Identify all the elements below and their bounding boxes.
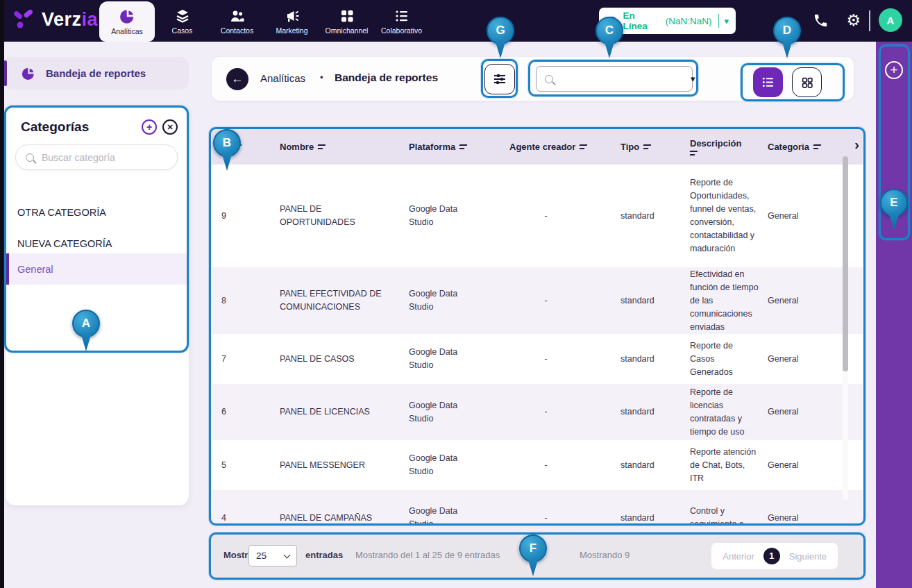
cell-agente-creador: -: [509, 210, 620, 223]
search-icon: [26, 153, 34, 162]
column-header-descripcion[interactable]: Descripción: [690, 138, 768, 156]
brand-name: Verzia: [42, 9, 98, 31]
cell-categoria: General: [768, 294, 832, 308]
settings-gear-icon[interactable]: ⚙: [846, 12, 861, 28]
column-header-id[interactable]: Id: [221, 142, 280, 152]
showing-range-text: Mostrando del 1 al 25 de 9 entradas: [355, 550, 500, 560]
breadcrumb-current: Bandeja de reportes: [335, 72, 438, 84]
sort-icon: [580, 144, 587, 149]
sort-icon: [459, 144, 467, 149]
online-status-dropdown[interactable]: ⊘ En Línea (NaN:NaN) ▾: [599, 8, 736, 34]
previous-page-button[interactable]: Anterior: [723, 551, 754, 562]
top-navigation-bar: Verzia Analíticas Casos: [0, 0, 912, 42]
report-search-input[interactable]: [559, 73, 684, 85]
column-header-nombre[interactable]: Nombre: [280, 142, 409, 152]
report-search-box: ▾: [536, 66, 693, 92]
reports-table: Id Nombre Plataforma Agente creador Tipo…: [212, 128, 863, 524]
status-label: En Línea: [623, 10, 661, 31]
cell-descripcion: Efectividad en función de tiempo de las …: [690, 268, 768, 334]
sort-icon: [234, 144, 242, 149]
column-header-categoria[interactable]: Categoria: [768, 142, 832, 152]
cell-descripcion: Reporte de licencias contratadas y tiemp…: [690, 386, 768, 439]
column-header-plataforma[interactable]: Plataforma: [409, 142, 509, 152]
status-caret-icon[interactable]: ▾: [724, 16, 729, 26]
category-item-general[interactable]: General: [6, 253, 189, 285]
column-header-tipo[interactable]: Tipo: [620, 142, 690, 152]
table-header-row: Id Nombre Plataforma Agente creador Tipo…: [212, 128, 863, 165]
cell-descripcion: Control y seguimiento a: [690, 505, 768, 524]
categories-title: Categorías: [21, 119, 136, 135]
tab-marketing[interactable]: Marketing: [264, 0, 319, 42]
chevron-down-icon: [284, 551, 291, 558]
user-avatar[interactable]: A: [879, 8, 902, 32]
right-action-rail: +: [876, 40, 912, 588]
table-row[interactable]: 9 PANEL DE OPORTUNIDADES Google Data Stu…: [212, 165, 863, 267]
cell-descripcion: Reporte de Casos Generados: [690, 339, 768, 379]
cell-plataforma: Google Data Studio: [409, 399, 509, 426]
layers-icon: [174, 8, 191, 24]
sliders-filter-icon: [491, 71, 508, 87]
table-scroll-right-icon[interactable]: ›: [854, 137, 859, 153]
filter-button[interactable]: [484, 64, 515, 94]
category-search-input[interactable]: [40, 151, 169, 164]
tab-analiticas[interactable]: Analíticas: [99, 1, 155, 42]
cell-tipo: standard: [620, 210, 690, 223]
cell-categoria: General: [768, 210, 832, 223]
list-view-button[interactable]: [753, 67, 783, 97]
search-icon: [545, 75, 553, 83]
table-row[interactable]: 8 PANEL EFECTIVIDAD DE COMUNICACIONES Go…: [212, 267, 863, 334]
tab-omnichannel[interactable]: Omnichannel: [319, 0, 374, 42]
sort-icon: [690, 151, 698, 156]
cell-categoria: General: [768, 353, 832, 366]
sort-icon: [318, 144, 326, 149]
sort-icon: [813, 144, 821, 149]
grid-view-button[interactable]: [792, 67, 822, 97]
entries-label: entradas: [305, 550, 343, 560]
cell-tipo: standard: [620, 353, 690, 366]
tab-casos[interactable]: Casos: [155, 0, 210, 42]
tab-contactos[interactable]: Contactos: [210, 0, 264, 42]
table-row[interactable]: 4 PANEL DE CAMPAÑAS Google Data Studio -…: [212, 490, 863, 524]
nav-divider: [869, 10, 870, 31]
add-report-button[interactable]: +: [885, 61, 903, 79]
tab-colaborativo[interactable]: Colaborativo: [374, 0, 429, 42]
cell-tipo: standard: [620, 459, 690, 472]
contacts-people-icon: [229, 8, 246, 24]
cell-nombre: PANEL DE LICENCIAS: [280, 405, 409, 419]
cell-tipo: standard: [620, 405, 690, 419]
cell-plataforma: Google Data Studio: [409, 346, 509, 372]
sidebar-item-bandeja-de-reportes[interactable]: Bandeja de reportes: [3, 57, 189, 90]
megaphone-icon: [284, 8, 301, 24]
cell-agente-creador: -: [509, 459, 620, 472]
cell-agente-creador: -: [509, 353, 620, 366]
breadcrumb-parent[interactable]: Analíticas: [260, 72, 305, 84]
table-scrollbar-thumb[interactable]: [843, 156, 848, 371]
cell-nombre: PANEL DE OPORTUNIDADES: [280, 203, 409, 229]
status-timer: (NaN:NaN): [666, 16, 712, 26]
table-row[interactable]: 7 PANEL DE CASOS Google Data Studio - st…: [212, 334, 863, 384]
pie-chart-icon: [119, 8, 136, 25]
table-scrollbar-track: [843, 156, 848, 500]
column-header-agente-creador[interactable]: Agente creador: [509, 142, 620, 152]
phone-icon[interactable]: [813, 12, 829, 31]
status-divider: [718, 14, 720, 28]
list-view-icon: [760, 74, 776, 90]
cell-id: 7: [221, 353, 280, 366]
grid-apps-icon: [339, 8, 355, 24]
cell-id: 6: [221, 405, 280, 419]
cell-nombre: PANEL DE CAMPAÑAS: [280, 512, 409, 525]
category-item-otra-categoria[interactable]: OTRA CATEGORÍA: [6, 196, 189, 228]
next-page-button[interactable]: Siguiente: [789, 551, 827, 562]
circle-slash-icon: ⊘: [606, 14, 618, 28]
current-page-button[interactable]: 1: [763, 548, 780, 564]
cell-nombre: PANEL DE CASOS: [280, 353, 409, 366]
page-size-select[interactable]: 25: [248, 545, 297, 566]
search-dropdown-caret-icon[interactable]: ▾: [691, 74, 695, 84]
back-button[interactable]: ←: [226, 68, 248, 90]
add-category-button[interactable]: +: [142, 119, 157, 135]
brand-logo[interactable]: Verzia: [11, 7, 98, 32]
table-row[interactable]: 6 PANEL DE LICENCIAS Google Data Studio …: [212, 384, 863, 440]
close-categories-button[interactable]: ✕: [162, 119, 178, 135]
table-row[interactable]: 5 PANEL MESSENGER Google Data Studio - s…: [212, 440, 863, 490]
cell-descripcion: Reporte de Oportunidades, funnel de vent…: [690, 176, 768, 255]
